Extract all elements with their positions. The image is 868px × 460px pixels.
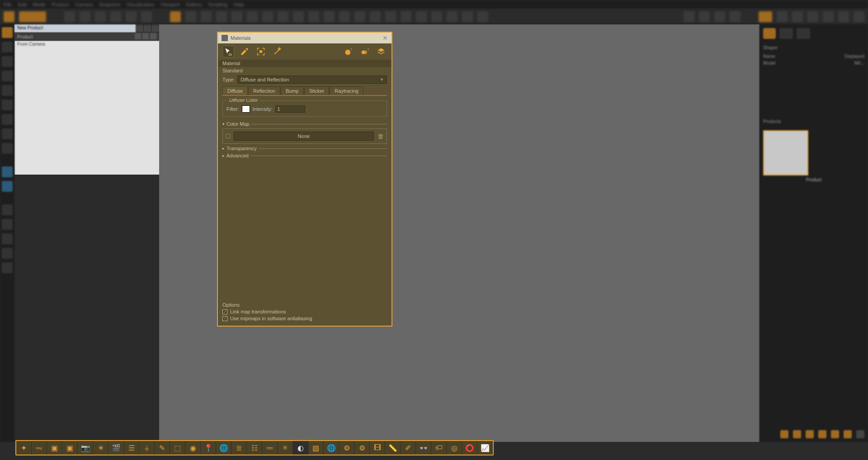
toolbar-button[interactable] [185, 11, 196, 22]
toolbar-button[interactable] [792, 11, 803, 22]
toolbar-button[interactable] [431, 11, 442, 22]
dock-button[interactable] [2, 248, 13, 259]
toolbar-button[interactable] [777, 11, 788, 22]
tree-header[interactable]: Product [14, 33, 159, 41]
menu-editors[interactable]: Editors [186, 2, 202, 7]
dock-stamp-icon[interactable]: ⏚ [139, 441, 155, 455]
frame-select-icon[interactable] [255, 46, 267, 57]
dock-box-icon[interactable]: ⬚ [170, 441, 185, 455]
dock-button[interactable] [2, 71, 13, 81]
toolbar-button[interactable] [216, 11, 227, 22]
dock-button[interactable] [2, 233, 13, 244]
toolbar-button[interactable] [401, 11, 411, 22]
dock-image-a-icon[interactable]: ▣ [47, 441, 62, 455]
toolbar-button[interactable] [759, 11, 772, 22]
menu-scripting[interactable]: Scripting [208, 2, 227, 7]
dock-globe-b-icon[interactable]: 🌐 [324, 441, 339, 455]
layers-icon[interactable] [375, 46, 387, 57]
filter-color-swatch[interactable] [242, 105, 250, 113]
dialog-titlebar[interactable]: Materials ✕ [218, 33, 392, 43]
dock-list-a-icon[interactable]: ≔ [262, 441, 278, 455]
dock-stack-icon[interactable]: ≣ [231, 441, 247, 455]
toolbar-button[interactable] [838, 11, 849, 22]
toolbar-button[interactable] [730, 11, 741, 22]
menu-file[interactable]: File [4, 2, 12, 7]
dock-graph-icon[interactable]: 📈 [477, 441, 493, 455]
dock-button[interactable] [2, 204, 13, 215]
menu-camera[interactable]: Camera [75, 2, 93, 7]
dock-button[interactable] [2, 166, 13, 177]
dock-globe-a-icon[interactable]: 🌐 [216, 441, 231, 455]
right-bottom-button[interactable] [793, 430, 801, 438]
eyedropper-icon[interactable] [239, 46, 250, 57]
toolbar-button[interactable] [370, 11, 381, 22]
toolbar-button[interactable] [699, 11, 710, 22]
toolbar-button[interactable] [231, 11, 242, 22]
dock-button[interactable] [2, 85, 13, 96]
menu-mode[interactable]: Mode [33, 2, 46, 7]
tab-diffuse[interactable]: Diffuse [222, 86, 248, 95]
tab-bump[interactable]: Bump [281, 86, 304, 95]
dock-sun-icon[interactable]: ☀ [93, 441, 108, 455]
dock-gear-b-icon[interactable]: ⚙ [354, 441, 370, 455]
dock-button[interactable] [2, 114, 13, 125]
panel-tab-button[interactable] [144, 24, 151, 32]
product-thumbnail[interactable] [763, 130, 808, 175]
dock-layers-icon[interactable]: ☷ [247, 441, 262, 455]
toolbar-button[interactable] [385, 11, 396, 22]
tab-reflection[interactable]: Reflection [248, 86, 280, 95]
dock-button[interactable] [2, 56, 13, 67]
menu-product[interactable]: Product [52, 2, 69, 7]
dock-button[interactable] [2, 128, 13, 139]
mipmaps-checkbox[interactable]: ✓ [222, 316, 227, 321]
toolbar-button[interactable] [278, 11, 288, 22]
dock-gear-a-icon[interactable]: ⚙ [339, 441, 354, 455]
toolbar-button[interactable] [201, 11, 212, 22]
menu-viewport[interactable]: Viewport [160, 2, 180, 7]
dock-button[interactable] [2, 143, 13, 154]
dock-list-b-icon[interactable]: ≡ [278, 441, 293, 455]
close-icon[interactable]: ✕ [382, 34, 388, 42]
dock-sliders-icon[interactable]: ☰ [124, 441, 139, 455]
tab-sticker[interactable]: Sticker [304, 86, 330, 95]
toolbar-button[interactable] [354, 11, 365, 22]
toolbar-button[interactable] [95, 11, 106, 22]
toolbar-button[interactable] [324, 11, 335, 22]
toolbar-button[interactable] [807, 11, 818, 22]
dock-button[interactable] [2, 262, 13, 273]
new-sphere-icon[interactable]: + [343, 46, 354, 57]
dock-target-icon[interactable]: ◎ [447, 441, 462, 455]
right-bottom-button[interactable] [844, 430, 852, 438]
menu-visualization[interactable]: Visualization [127, 2, 155, 7]
right-bottom-button[interactable] [806, 430, 814, 438]
pick-tool-icon[interactable] [222, 46, 234, 57]
toolbar-button[interactable] [462, 11, 473, 22]
color-map-section[interactable]: ▾ Color Map [222, 121, 387, 127]
toolbar-button[interactable] [141, 11, 152, 22]
dock-button[interactable] [2, 42, 13, 52]
dock-swirl-icon[interactable]: ◉ [185, 441, 201, 455]
dock-pin-icon[interactable]: 📍 [201, 441, 216, 455]
dock-film-icon[interactable]: 🎞 [370, 441, 385, 455]
dock-brush-icon[interactable]: ✎ [155, 441, 170, 455]
menu-edit[interactable]: Edit [18, 2, 27, 7]
new-sphere-group-icon[interactable]: + [359, 46, 371, 57]
menu-snapshot[interactable]: Snapshot [99, 2, 120, 7]
trash-icon[interactable]: 🗑 [377, 133, 384, 140]
menubar[interactable]: File Edit Mode Product Camera Snapshot V… [0, 0, 868, 9]
tab-raytracing[interactable]: Raytracing [330, 86, 363, 95]
toolbar-button[interactable] [308, 11, 319, 22]
toolbar-button[interactable] [247, 11, 258, 22]
toolbar-button[interactable] [823, 11, 834, 22]
link-map-checkbox[interactable]: ✓ [222, 309, 227, 314]
color-map-enable-checkbox[interactable] [226, 134, 230, 138]
dock-button[interactable] [2, 100, 13, 110]
type-select[interactable]: Diffuse and Reflection ▼ [237, 76, 387, 84]
toolbar-button[interactable] [126, 11, 137, 22]
toolbar-button[interactable] [80, 11, 90, 22]
advanced-section[interactable]: ▸ Advanced [222, 153, 387, 158]
right-bottom-button[interactable] [856, 430, 864, 438]
menu-help[interactable]: Help [234, 2, 244, 7]
embedded-viewport[interactable]: From Camera [14, 41, 159, 175]
toolbar-button[interactable] [110, 11, 121, 22]
